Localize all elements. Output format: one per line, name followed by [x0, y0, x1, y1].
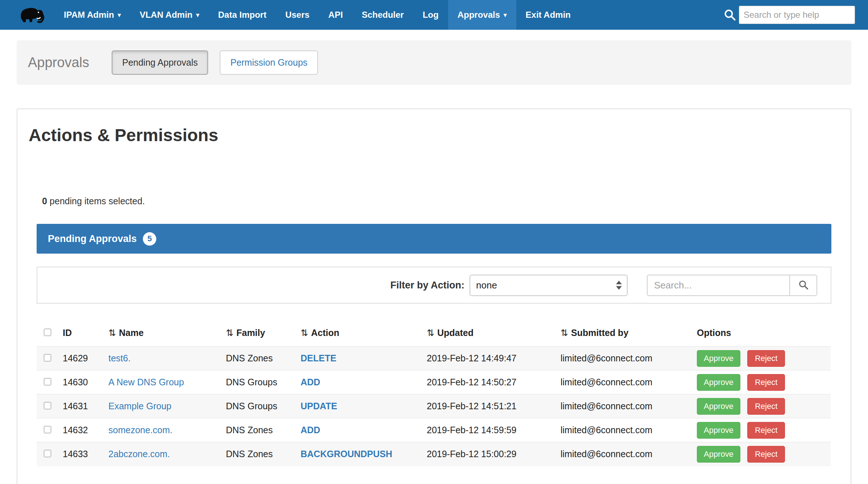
name-link[interactable]: A New DNS Group — [108, 377, 184, 387]
sort-icon: ⇅ — [427, 328, 434, 338]
table-row: 14631 Example Group DNS Groups UPDATE 20… — [37, 394, 831, 418]
col-header-label: Family — [236, 328, 265, 338]
reject-button[interactable]: Reject — [747, 350, 785, 367]
table-row: 14629 test6. DNS Zones DELETE 2019-Feb-1… — [37, 346, 831, 370]
nav-item-vlan-admin[interactable]: VLAN Admin ▾ — [130, 0, 208, 30]
cell-submitted-by: limited@6connect.com — [556, 442, 693, 466]
name-link[interactable]: somezone.com. — [108, 425, 172, 435]
filter-by-action-label: Filter by Action: — [390, 280, 464, 291]
col-header-family[interactable]: ⇅Family — [222, 320, 296, 346]
col-header-name[interactable]: ⇅Name — [104, 320, 222, 346]
action-link[interactable]: ADD — [301, 425, 320, 435]
sort-icon: ⇅ — [561, 328, 568, 338]
page-header: Approvals Pending Approvals Permission G… — [17, 40, 851, 85]
action-filter-select[interactable]: none — [470, 275, 628, 296]
col-header-action[interactable]: ⇅Action — [296, 320, 422, 346]
cell-family: DNS Zones — [222, 418, 296, 442]
col-header-submitted-by[interactable]: ⇅Submitted by — [556, 320, 693, 346]
sort-icon: ⇅ — [226, 328, 233, 338]
approve-button[interactable]: Approve — [697, 422, 740, 439]
tab-pending-approvals[interactable]: Pending Approvals — [112, 50, 208, 75]
card-title: Actions & Permissions — [29, 125, 851, 145]
search-icon — [798, 279, 809, 291]
cell-updated: 2019-Feb-12 14:59:59 — [422, 418, 556, 442]
cell-submitted-by: limited@6connect.com — [556, 370, 693, 394]
top-navbar: IPAM Admin ▾ VLAN Admin ▾ Data Import Us… — [0, 0, 868, 30]
cell-family: DNS Groups — [222, 370, 296, 394]
nav-item-ipam-admin[interactable]: IPAM Admin ▾ — [54, 0, 130, 30]
nav-item-data-import[interactable]: Data Import — [209, 0, 276, 30]
table-search-input[interactable] — [647, 275, 789, 296]
col-header-label: Name — [119, 328, 144, 338]
table-search-button[interactable] — [789, 275, 817, 296]
col-header-id: ID — [58, 320, 104, 346]
nav-item-exit-admin[interactable]: Exit Admin — [516, 0, 580, 30]
panel-title: Pending Approvals — [48, 233, 137, 245]
action-link[interactable]: DELETE — [301, 353, 336, 363]
nav-label: IPAM Admin — [64, 10, 114, 20]
nav-item-scheduler[interactable]: Scheduler — [352, 0, 413, 30]
name-link[interactable]: Example Group — [108, 401, 171, 411]
table-row: 14632 somezone.com. DNS Zones ADD 2019-F… — [37, 418, 831, 442]
cell-id: 14633 — [58, 442, 104, 466]
pending-approvals-table: ID ⇅Name ⇅Family ⇅Action ⇅Updated ⇅Submi… — [37, 320, 831, 466]
logo-mammoth-icon[interactable] — [17, 5, 45, 25]
cell-submitted-by: limited@6connect.com — [556, 394, 693, 418]
row-checkbox[interactable] — [44, 402, 51, 409]
cell-submitted-by: limited@6connect.com — [556, 418, 693, 442]
nav-item-approvals[interactable]: Approvals ▾ — [448, 0, 516, 30]
name-link[interactable]: 2abczone.com. — [108, 449, 170, 459]
action-link[interactable]: UPDATE — [301, 401, 337, 411]
col-header-label: Submitted by — [571, 328, 628, 338]
approve-button[interactable]: Approve — [697, 398, 740, 415]
col-header-updated[interactable]: ⇅Updated — [422, 320, 556, 346]
pending-count-badge: 5 — [143, 232, 156, 246]
nav-label: Scheduler — [362, 10, 404, 20]
nav-label: Log — [423, 10, 439, 20]
row-checkbox[interactable] — [44, 450, 51, 457]
nav-item-log[interactable]: Log — [413, 0, 448, 30]
col-header-label: Updated — [437, 328, 474, 338]
cell-updated: 2019-Feb-12 14:50:27 — [422, 370, 556, 394]
sort-icon: ⇅ — [301, 328, 308, 338]
cell-id: 14632 — [58, 418, 104, 442]
row-checkbox[interactable] — [44, 378, 51, 385]
caret-down-icon: ▾ — [504, 12, 507, 18]
sort-icon: ⇅ — [108, 328, 116, 338]
reject-button[interactable]: Reject — [747, 374, 785, 391]
select-all-checkbox[interactable] — [44, 329, 51, 336]
approve-button[interactable]: Approve — [697, 374, 740, 391]
nav-item-users[interactable]: Users — [276, 0, 319, 30]
col-header-options: Options — [693, 320, 831, 346]
selected-note: 0 pending items selected. — [42, 196, 851, 206]
table-row: 14630 A New DNS Group DNS Groups ADD 201… — [37, 370, 831, 394]
row-checkbox[interactable] — [44, 426, 51, 433]
name-link[interactable]: test6. — [108, 353, 131, 363]
cell-updated: 2019-Feb-12 15:00:29 — [422, 442, 556, 466]
nav-item-api[interactable]: API — [319, 0, 352, 30]
cell-id: 14629 — [58, 346, 104, 370]
reject-button[interactable]: Reject — [747, 446, 785, 463]
help-search-input[interactable] — [739, 6, 855, 24]
col-header-label: Action — [311, 328, 339, 338]
nav-label: Users — [285, 10, 310, 20]
nav-label: Exit Admin — [526, 10, 571, 20]
cell-submitted-by: limited@6connect.com — [556, 346, 693, 370]
table-header-row: ID ⇅Name ⇅Family ⇅Action ⇅Updated ⇅Submi… — [37, 320, 831, 346]
cell-updated: 2019-Feb-12 14:49:47 — [422, 346, 556, 370]
selected-text: pending items selected. — [50, 196, 145, 206]
reject-button[interactable]: Reject — [747, 422, 785, 439]
nav-label: API — [328, 10, 343, 20]
row-checkbox[interactable] — [44, 354, 51, 361]
cell-family: DNS Groups — [222, 394, 296, 418]
table-row: 14633 2abczone.com. DNS Zones BACKGROUND… — [37, 442, 831, 466]
nav-label: VLAN Admin — [140, 10, 193, 20]
reject-button[interactable]: Reject — [747, 398, 785, 415]
action-link[interactable]: BACKGROUNDPUSH — [301, 449, 392, 459]
table-search-group — [647, 275, 817, 296]
tab-permission-groups[interactable]: Permission Groups — [220, 50, 318, 75]
approve-button[interactable]: Approve — [697, 350, 740, 367]
nav-label: Data Import — [218, 10, 266, 20]
approve-button[interactable]: Approve — [697, 446, 740, 463]
action-link[interactable]: ADD — [301, 377, 320, 387]
